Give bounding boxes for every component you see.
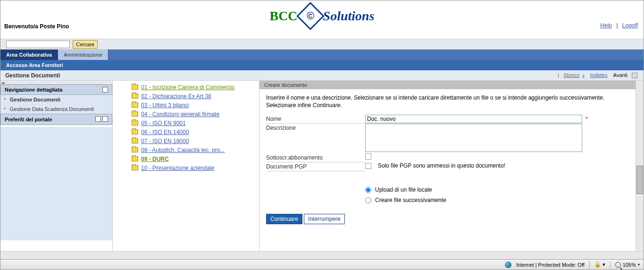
form-heading: Creare documento bbox=[259, 81, 636, 89]
options-icon[interactable] bbox=[632, 73, 637, 78]
folder-01[interactable]: 01 - Iscrizione Camera di Commercio bbox=[132, 83, 259, 92]
radio-upload-label: Upload di un file locale bbox=[375, 186, 432, 193]
radio-upload-local[interactable] bbox=[365, 187, 371, 193]
folder-icon bbox=[132, 138, 138, 143]
form-instructions: Inserire il nome e una descrizione. Sele… bbox=[266, 94, 629, 109]
required-icon: * bbox=[585, 116, 588, 122]
folder-icon bbox=[132, 120, 138, 126]
form-panel: Creare documento Inserire il nome e una … bbox=[259, 81, 636, 251]
folder-icon bbox=[132, 93, 138, 99]
tab-collaborativa[interactable]: Area Collaborativa bbox=[0, 50, 58, 60]
tabs-row: Area Collaborativa Amministrazione bbox=[0, 50, 644, 60]
fav-icon-1[interactable] bbox=[95, 116, 101, 122]
fav-panel-title: Preferiti del portale bbox=[5, 117, 52, 122]
search-button[interactable]: Cercare bbox=[73, 40, 98, 49]
collapse-icon[interactable] bbox=[102, 87, 108, 93]
search-row: Cercare bbox=[0, 39, 644, 50]
folder-06[interactable]: 06 - ISO EN 14000 bbox=[132, 127, 259, 136]
vertical-scrollbar[interactable] bbox=[636, 81, 644, 251]
logo-suffix: Solutions bbox=[323, 8, 375, 24]
logoff-link[interactable]: Logoff bbox=[622, 22, 638, 29]
name-label: Nome bbox=[266, 115, 365, 124]
status-bar: Internet | Protected Mode: Off 🔓 ▾ 105% … bbox=[0, 259, 644, 270]
subheader: Accesso Area Fornitori bbox=[0, 60, 644, 70]
horizontal-scrollbar[interactable] bbox=[0, 251, 644, 259]
continue-button[interactable]: Continuare bbox=[266, 214, 302, 224]
magnifier-icon bbox=[615, 262, 621, 268]
breadcrumb-row: Gestione Documenti | Storico▾ Indietro A… bbox=[0, 70, 644, 81]
folder-icon bbox=[132, 129, 138, 135]
header: Benvenuto/a Poste Pino BCC © Solutions H… bbox=[0, 0, 644, 39]
status-mode: Internet | Protected Mode: Off bbox=[516, 262, 585, 268]
folder-04[interactable]: 04 - Condizioni generali firmate bbox=[132, 110, 259, 118]
sidebar: ◂▸ Navigazione dettagliata Gestione Docu… bbox=[0, 81, 113, 251]
name-input[interactable] bbox=[365, 115, 582, 123]
pgp-checkbox[interactable] bbox=[365, 163, 371, 169]
folder-icon bbox=[132, 156, 138, 161]
sidebar-empty bbox=[0, 127, 112, 240]
folder-05[interactable]: 05 - ISO EN 9001 bbox=[132, 118, 259, 127]
logo: BCC © Solutions bbox=[269, 6, 374, 26]
cancel-button[interactable]: Interrompere bbox=[304, 214, 345, 224]
welcome-text: Benvenuto/a Poste Pino bbox=[4, 23, 69, 30]
folder-icon bbox=[132, 111, 138, 117]
folder-tree: 01 - Iscrizione Camera di Commercio 02 -… bbox=[113, 81, 259, 251]
zoom-value: 105% bbox=[623, 262, 636, 268]
page-title: Gestione Documenti bbox=[5, 72, 60, 79]
upload-radio-group: Upload di un file locale Creare file suc… bbox=[365, 185, 629, 205]
avanti-text: Avanti bbox=[613, 72, 627, 78]
sidebar-toggle[interactable]: ◂▸ bbox=[0, 81, 112, 84]
folder-09-durc[interactable]: 09 - DURC bbox=[132, 154, 259, 163]
pgp-hint: Solo file PGP sono ammessi in questo doc… bbox=[378, 162, 505, 169]
folder-icon bbox=[132, 102, 138, 108]
folder-icon bbox=[132, 84, 138, 90]
search-input[interactable] bbox=[6, 41, 70, 48]
folder-10[interactable]: 10 - Presentazione aziendale bbox=[132, 163, 259, 172]
subscription-checkbox[interactable] bbox=[365, 153, 371, 160]
folder-icon bbox=[132, 165, 138, 170]
logo-brand: BCC bbox=[269, 8, 297, 24]
folder-02[interactable]: 02 - Dichiarazione Ex Art.38 bbox=[132, 92, 259, 101]
subscription-label: Sottoscr.abbonamento bbox=[266, 153, 365, 162]
folder-07[interactable]: 07 - ISO EN 18000 bbox=[132, 136, 259, 145]
top-links: Help | Logoff bbox=[600, 22, 638, 29]
pgp-label: Documenti PGP bbox=[266, 162, 365, 171]
nav-panel-head[interactable]: Navigazione dettagliata bbox=[0, 84, 112, 95]
help-link[interactable]: Help bbox=[600, 22, 612, 29]
fav-icon-2[interactable] bbox=[102, 116, 108, 122]
radio-create-later[interactable] bbox=[365, 197, 371, 203]
tab-amministrazione[interactable]: Amministrazione bbox=[58, 50, 108, 60]
sidebar-item-scadenza[interactable]: Gestione Data Scadenza Documenti bbox=[0, 104, 112, 114]
sidebar-item-gestione-documenti[interactable]: Gestione Documenti bbox=[0, 95, 112, 104]
fav-panel-head[interactable]: Preferiti del portale bbox=[0, 114, 112, 125]
desc-input[interactable] bbox=[365, 124, 582, 152]
zoom-control[interactable]: 105% ▾ bbox=[615, 262, 640, 268]
desc-label: Descrizione bbox=[266, 124, 365, 132]
nav-panel-title: Navigazione dettagliata bbox=[5, 87, 62, 93]
indietro-link[interactable]: Indietro bbox=[590, 72, 608, 78]
globe-icon bbox=[505, 262, 511, 268]
folder-08[interactable]: 08 - Autodich. Capacità tec. pro... bbox=[132, 145, 259, 154]
storico-link[interactable]: Storico▾ bbox=[562, 72, 585, 78]
status-security-icon[interactable]: 🔓 ▾ bbox=[594, 262, 605, 268]
logo-diamond-icon: © bbox=[296, 2, 324, 30]
radio-later-label: Creare file successivamente bbox=[375, 197, 446, 203]
folder-icon bbox=[132, 147, 138, 152]
folder-03[interactable]: 03 - Ultimi 3 bilanci bbox=[132, 101, 259, 110]
